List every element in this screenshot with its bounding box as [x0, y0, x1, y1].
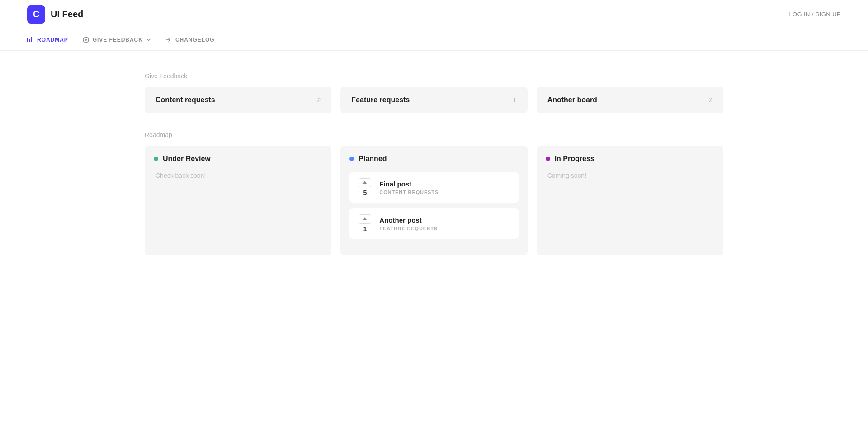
column-header-planned: Planned	[349, 155, 518, 163]
svg-rect-2	[31, 37, 32, 42]
nav-label-changelog: CHANGELOG	[175, 37, 215, 43]
post-info-another-post: Another post FEATURE REQUESTS	[379, 216, 511, 231]
roadmap-grid: Under Review Check back soon! Planned	[145, 146, 723, 255]
dot-in-progress	[546, 157, 550, 161]
auth-button[interactable]: LOG IN / SIGN UP	[789, 11, 841, 18]
column-title-planned: Planned	[359, 155, 387, 163]
feedback-icon	[83, 37, 89, 43]
dot-under-review	[154, 157, 158, 161]
board-card-feature-requests[interactable]: Feature requests 1	[340, 87, 527, 113]
post-title-another-post: Another post	[379, 216, 511, 224]
nav-item-changelog[interactable]: CHANGELOG	[165, 35, 215, 45]
vote-box-final-post: 5	[357, 178, 373, 196]
give-feedback-label: Give Feedback	[145, 72, 723, 80]
upvote-button-final-post[interactable]	[359, 178, 371, 187]
chevron-down-icon	[146, 38, 151, 42]
board-count-content: 2	[317, 96, 321, 104]
column-header-in-progress: In Progress	[546, 155, 714, 163]
post-board-another-post: FEATURE REQUESTS	[379, 226, 511, 231]
column-title-under-review: Under Review	[163, 155, 211, 163]
post-card-final-post[interactable]: 5 Final post CONTENT REQUESTS	[349, 172, 518, 203]
give-feedback-section: Give Feedback Content requests 2 Feature…	[145, 72, 723, 113]
boards-grid: Content requests 2 Feature requests 1 An…	[145, 87, 723, 113]
board-count-another: 2	[709, 96, 712, 104]
svg-rect-1	[29, 39, 30, 42]
column-planned: Planned 5 Final post CONTENT R	[340, 146, 527, 255]
upvote-button-another-post[interactable]	[359, 214, 371, 224]
column-in-progress: In Progress Coming soon!	[537, 146, 723, 255]
roadmap-icon	[27, 37, 33, 43]
column-title-in-progress: In Progress	[555, 155, 594, 163]
board-count-feature: 1	[513, 96, 517, 104]
nav-item-roadmap[interactable]: ROADMAP	[27, 35, 68, 45]
post-board-final-post: CONTENT REQUESTS	[379, 190, 511, 195]
dot-planned	[349, 157, 354, 161]
upvote-arrow-icon	[362, 180, 368, 186]
board-title-feature: Feature requests	[351, 96, 410, 104]
svg-rect-0	[27, 38, 28, 42]
post-info-final-post: Final post CONTENT REQUESTS	[379, 180, 511, 195]
column-header-under-review: Under Review	[154, 155, 322, 163]
empty-text-under-review: Check back soon!	[154, 172, 322, 179]
header-left: C UI Feed	[27, 5, 83, 24]
empty-text-in-progress: Coming soon!	[546, 172, 714, 179]
main-content: Give Feedback Content requests 2 Feature…	[118, 51, 750, 277]
board-card-content-requests[interactable]: Content requests 2	[145, 87, 331, 113]
header: C UI Feed LOG IN / SIGN UP	[0, 0, 868, 29]
roadmap-label: Roadmap	[145, 131, 723, 138]
post-card-another-post[interactable]: 1 Another post FEATURE REQUESTS	[349, 208, 518, 239]
logo: C	[27, 5, 45, 24]
changelog-icon	[165, 37, 172, 43]
app-title: UI Feed	[51, 9, 83, 19]
nav: ROADMAP GIVE FEEDBACK CHANGELOG	[0, 29, 868, 51]
nav-label-roadmap: ROADMAP	[37, 37, 68, 43]
svg-point-4	[85, 39, 87, 41]
vote-count-final-post: 5	[363, 189, 367, 196]
nav-item-feedback[interactable]: GIVE FEEDBACK	[83, 35, 151, 45]
nav-label-feedback: GIVE FEEDBACK	[93, 37, 143, 43]
vote-box-another-post: 1	[357, 214, 373, 233]
roadmap-section: Roadmap Under Review Check back soon! Pl…	[145, 131, 723, 255]
column-under-review: Under Review Check back soon!	[145, 146, 331, 255]
post-title-final-post: Final post	[379, 180, 511, 188]
board-card-another-board[interactable]: Another board 2	[537, 87, 723, 113]
board-title-another: Another board	[547, 96, 597, 104]
upvote-arrow-icon-2	[362, 216, 368, 222]
vote-count-another-post: 1	[363, 225, 367, 233]
board-title-content: Content requests	[156, 96, 215, 104]
